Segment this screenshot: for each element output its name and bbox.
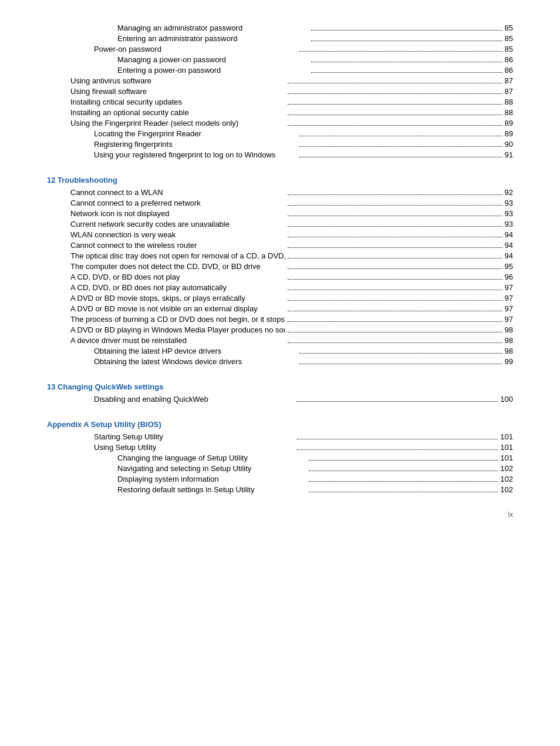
toc-dots — [288, 125, 502, 126]
toc-entry: Obtaining the latest HP device drivers98 — [47, 347, 513, 355]
toc-entry: Obtaining the latest Windows device driv… — [47, 357, 513, 366]
toc-entry-text: Obtaining the latest Windows device driv… — [94, 357, 297, 366]
toc-entry: A DVD or BD movie is not visible on an e… — [47, 304, 513, 313]
toc-page-number: 97 — [505, 283, 513, 292]
toc-entry: Locating the Fingerprint Reader89 — [47, 129, 513, 138]
toc-entry: Registering fingerprints90 — [47, 140, 513, 149]
toc-dots — [288, 194, 502, 195]
toc-page-number: 85 — [505, 34, 513, 43]
toc-dots — [288, 290, 502, 290]
toc-entry-text: Disabling and enabling QuickWeb — [94, 395, 295, 404]
toc-entry-text: Installing critical security updates — [70, 98, 285, 106]
toc-entry-text: Installing an optional security cable — [70, 108, 285, 117]
toc-page-number: 89 — [505, 119, 513, 127]
page-indicator: ix — [47, 510, 513, 519]
toc-entry: Navigating and selecting in Setup Utilit… — [47, 464, 513, 473]
toc-entry-text: Using antivirus software — [70, 76, 285, 85]
toc-page-number: 96 — [505, 273, 513, 281]
toc-page-number: 93 — [505, 220, 513, 228]
toc-entry: Installing an optional security cable88 — [47, 108, 513, 117]
toc-dots — [297, 439, 498, 439]
toc-page-number: 93 — [505, 209, 513, 218]
toc-dots — [288, 268, 502, 269]
section-heading-2: 13 Changing QuickWeb settings — [47, 382, 513, 391]
toc-page-number: 100 — [500, 395, 513, 404]
toc-entry: Cannot connect to a WLAN92 — [47, 188, 513, 197]
toc-dots — [288, 342, 502, 343]
toc-dots — [288, 93, 502, 94]
toc-entry: Entering an administrator password85 — [47, 34, 513, 43]
toc-entry: Displaying system information102 — [47, 475, 513, 483]
toc-entry-text: Managing a power-on password — [117, 55, 309, 64]
toc-entry: A DVD or BD playing in Windows Media Pla… — [47, 325, 513, 334]
toc-page-number: 97 — [505, 294, 513, 303]
toc-dots — [311, 30, 502, 31]
toc-dots — [299, 146, 502, 147]
toc-entry-text: Using Setup Utility — [94, 443, 295, 452]
toc-entry-text: Starting Setup Utility — [94, 432, 295, 441]
toc-page-number: 102 — [500, 475, 513, 483]
toc-page-number: 92 — [505, 188, 513, 197]
toc-entry: Cannot connect to the wireless router94 — [47, 241, 513, 250]
toc-page-number: 93 — [505, 199, 513, 207]
toc-entry: WLAN connection is very weak94 — [47, 230, 513, 239]
toc-page-number: 98 — [505, 325, 513, 334]
toc-entry-text: A DVD or BD playing in Windows Media Pla… — [70, 325, 285, 334]
toc-entry: Managing a power-on password86 — [47, 55, 513, 64]
toc-entry-text: A CD, DVD, or BD does not play — [70, 273, 285, 281]
toc-entry: A CD, DVD, or BD does not play automatic… — [47, 283, 513, 292]
toc-entry: Power-on password85 — [47, 45, 513, 53]
toc-entry-text: A DVD or BD movie stops, skips, or plays… — [70, 294, 285, 303]
toc-entry-text: Locating the Fingerprint Reader — [94, 129, 297, 138]
toc-dots — [288, 258, 502, 258]
toc-dots — [311, 62, 502, 62]
toc-entry: Changing the language of Setup Utility10… — [47, 453, 513, 462]
toc-entry-text: A device driver must be reinstalled — [70, 336, 285, 345]
toc-entry-text: Current network security codes are unava… — [70, 220, 285, 228]
toc-page-number: 98 — [505, 336, 513, 345]
toc-dots — [288, 205, 502, 206]
toc-entry: Disabling and enabling QuickWeb100 — [47, 395, 513, 404]
toc-page-number: 94 — [505, 241, 513, 250]
toc-entry: The process of burning a CD or DVD does … — [47, 315, 513, 324]
toc-dots — [288, 226, 502, 227]
toc-page-number: 91 — [505, 150, 513, 159]
toc-entry: Current network security codes are unava… — [47, 220, 513, 228]
toc-page-number: 86 — [505, 55, 513, 64]
toc-entry: Starting Setup Utility101 — [47, 432, 513, 441]
toc-page-number: 89 — [505, 129, 513, 138]
toc-dots — [309, 471, 498, 471]
toc-dots — [288, 83, 502, 83]
toc-entry-text: Using firewall software — [70, 87, 285, 96]
toc-entry-text: Restoring default settings in Setup Util… — [117, 485, 306, 494]
toc-entry-text: Displaying system information — [117, 475, 306, 483]
toc-dots — [299, 353, 502, 354]
toc-section-2: 13 Changing QuickWeb settingsDisabling a… — [47, 382, 513, 404]
toc-entry-text: The optical disc tray does not open for … — [70, 251, 285, 260]
toc-page-number: 99 — [505, 357, 513, 366]
toc-entry: Restoring default settings in Setup Util… — [47, 485, 513, 494]
toc-entry: Cannot connect to a preferred network93 — [47, 199, 513, 207]
toc-dots — [309, 460, 498, 461]
toc-entry-text: Obtaining the latest HP device drivers — [94, 347, 297, 355]
toc-entry-text: The process of burning a CD or DVD does … — [70, 315, 285, 324]
toc-page-number: 88 — [505, 108, 513, 117]
toc-dots — [299, 51, 502, 52]
toc-page-number: 94 — [505, 230, 513, 239]
toc-entry: Using antivirus software87 — [47, 76, 513, 85]
toc-page-number: 101 — [500, 443, 513, 452]
toc-dots — [288, 279, 502, 280]
toc-dots — [288, 237, 502, 237]
toc-page-number: 90 — [505, 140, 513, 149]
toc-entry: Using your registered fingerprint to log… — [47, 150, 513, 159]
toc-entry-text: Cannot connect to a WLAN — [70, 188, 285, 197]
toc-dots — [297, 449, 498, 450]
toc-entry-text: WLAN connection is very weak — [70, 230, 285, 239]
toc-entry-text: Network icon is not displayed — [70, 209, 285, 218]
toc-section-3: Appendix A Setup Utility (BIOS)Starting … — [47, 420, 513, 494]
toc-entry: Entering a power-on password86 — [47, 66, 513, 75]
toc-dots — [297, 401, 498, 402]
toc-section-0: Managing an administrator password85Ente… — [47, 23, 513, 159]
toc-dots — [288, 115, 502, 115]
toc-page-number: 85 — [505, 45, 513, 53]
